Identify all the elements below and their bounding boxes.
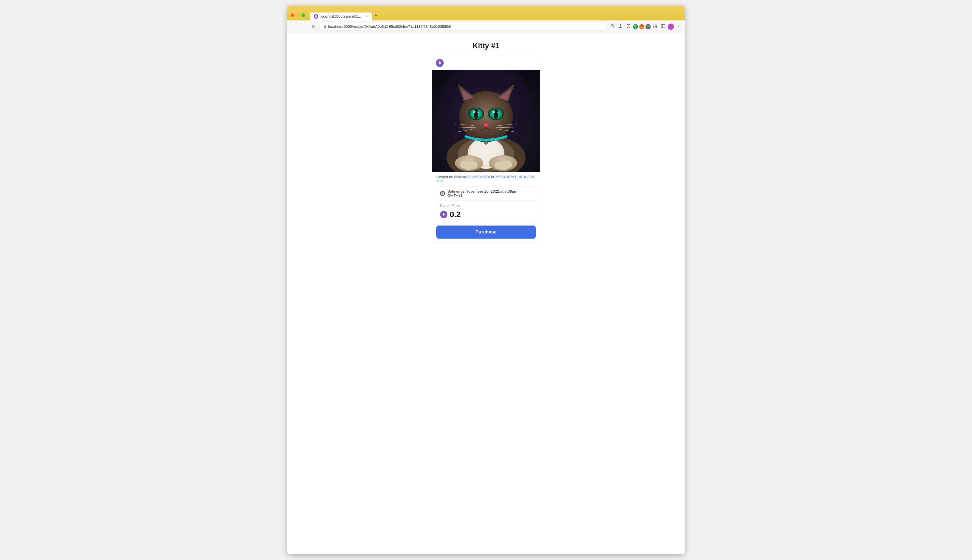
sidebar-icon-btn[interactable]: [660, 23, 666, 30]
price-eth-icon: [440, 211, 448, 218]
svg-point-57: [485, 142, 487, 144]
close-button[interactable]: [291, 13, 294, 17]
svg-point-47: [483, 123, 489, 127]
svg-point-5: [655, 25, 656, 25]
tab-title: localhost:3000/assets/0xAadA...: [321, 15, 363, 18]
tab-favicon: [314, 14, 318, 19]
svg-point-44: [494, 108, 498, 119]
svg-rect-13: [661, 24, 665, 28]
bookmark-icon-btn[interactable]: [625, 23, 632, 30]
tab-scroll-icon[interactable]: ⌄: [678, 13, 681, 20]
clock-icon: [440, 191, 445, 196]
price-value: 0.2: [450, 210, 461, 219]
svg-point-48: [484, 124, 486, 125]
purchase-button[interactable]: Purchase: [436, 225, 536, 238]
reload-button[interactable]: ↻: [310, 23, 317, 30]
tab-close-icon[interactable]: ✕: [366, 15, 368, 18]
svg-point-7: [653, 26, 654, 27]
current-price-section: Current Price 0.2: [436, 201, 536, 223]
svg-line-60: [443, 194, 443, 194]
svg-line-3: [613, 27, 615, 28]
sale-ends-text: Sale ends November 26, 2022 at 7:39pm GM…: [448, 189, 532, 198]
user-avatar[interactable]: [668, 23, 674, 30]
price-row: 0.2: [440, 210, 532, 219]
svg-point-27: [467, 162, 478, 169]
sale-info-box: Sale ends November 26, 2022 at 7:39pm GM…: [436, 186, 536, 223]
svg-point-6: [656, 25, 657, 25]
extension-fox-icon[interactable]: 🦊: [639, 24, 645, 29]
svg-point-0: [315, 15, 317, 18]
search-icon-btn[interactable]: [609, 23, 616, 30]
title-bar: localhost:3000/assets/0xAadA... ✕ + ⌄: [287, 6, 685, 20]
svg-point-39: [474, 108, 478, 119]
tab-bar: localhost:3000/assets/0xAadA... ✕ + ⌄: [310, 12, 681, 20]
back-button[interactable]: ←: [291, 23, 299, 30]
svg-point-40: [473, 111, 476, 113]
toolbar-icons: 🛡 🦊 🧩 ⋮: [609, 23, 681, 30]
lock-icon: [323, 25, 326, 28]
share-icon-btn[interactable]: [617, 23, 624, 30]
browser-window: localhost:3000/assets/0xAadA... ✕ + ⌄ ← …: [287, 6, 685, 554]
svg-point-2: [611, 24, 613, 27]
card-header: [433, 56, 539, 70]
eth-badge-icon: [436, 59, 444, 67]
cat-image: [433, 70, 539, 172]
svg-point-41: [477, 112, 479, 113]
current-price-label: Current Price: [440, 204, 532, 208]
traffic-lights: [291, 13, 307, 20]
page-content: Kitty #1: [287, 33, 685, 554]
svg-point-45: [493, 111, 495, 113]
asset-card: Owned by 0xbf2afA58dc00d978Fb075954D0761…: [432, 56, 540, 243]
svg-point-8: [655, 26, 656, 27]
forward-button[interactable]: →: [301, 23, 308, 30]
svg-point-9: [656, 26, 657, 27]
svg-point-31: [502, 160, 513, 168]
page-title: Kitty #1: [473, 42, 499, 50]
extensions-icon-btn[interactable]: [652, 23, 659, 30]
active-tab[interactable]: localhost:3000/assets/0xAadA... ✕: [310, 12, 372, 20]
minimize-button[interactable]: [296, 13, 300, 17]
owned-by-section: Owned by 0xbf2afA58dc00d978Fb075954D0761…: [433, 172, 539, 186]
svg-point-46: [497, 112, 498, 113]
extension-shield-icon[interactable]: 🛡: [633, 24, 638, 29]
svg-point-12: [656, 28, 657, 28]
toolbar: ← → ↻ localhost:3000/assets/0xAadA9b5aCE…: [287, 20, 685, 33]
svg-point-11: [655, 28, 656, 28]
maximize-button[interactable]: [301, 13, 305, 17]
owned-by-prefix: Owned by: [436, 175, 454, 179]
svg-point-10: [653, 28, 654, 28]
menu-icon-btn[interactable]: ⋮: [675, 23, 681, 30]
url-text: localhost:3000/assets/0xAadA9b5aCE9ed82c…: [328, 24, 603, 28]
new-tab-button[interactable]: +: [372, 12, 380, 20]
extension-puzzle-icon[interactable]: 🧩: [646, 24, 651, 29]
sale-ends-row: Sale ends November 26, 2022 at 7:39pm GM…: [436, 187, 536, 201]
address-bar[interactable]: localhost:3000/assets/0xAadA9b5aCE9ed82c…: [319, 23, 608, 30]
svg-point-4: [653, 25, 654, 25]
svg-rect-1: [324, 27, 326, 28]
